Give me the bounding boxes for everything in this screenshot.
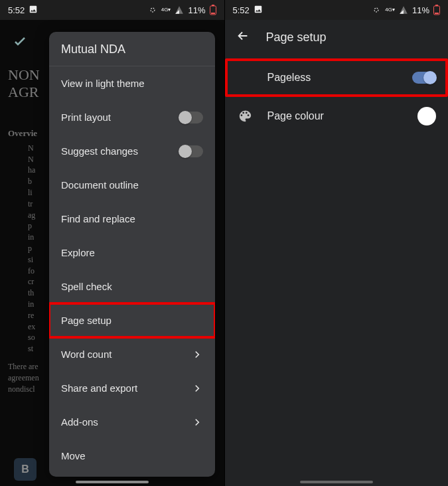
menu-item-label: Spell check [61,281,112,292]
menu-item-label: Add-ons [61,416,98,428]
overflow-menu: Mutual NDA View in light themePrint layo… [49,32,215,477]
menu-item-move[interactable]: Move [49,439,215,473]
menu-item-spell-check[interactable]: Spell check [49,270,215,303]
menu-item-label: Word count [61,349,112,360]
menu-item-label: Find and replace [61,213,135,224]
image-icon [254,5,263,16]
settings-header: Page setup [225,20,449,54]
switch-toggle[interactable] [179,112,203,123]
doc-title-line2: AGR [8,84,38,100]
setting-row-label: Pageless [267,72,398,84]
menu-item-label: Move [61,450,86,461]
gesture-bar [76,481,149,483]
screen-left: 5:52 4G▾ 11% NON AGR Overvie N N ha b li… [0,0,224,486]
signal-bars-icon [399,5,408,15]
menu-item-label: Suggest changes [61,145,138,157]
menu-item-find-and-replace[interactable]: Find and replace [49,202,215,236]
status-time: 5:52 [233,5,250,15]
svg-rect-3 [211,13,215,14]
chevron-right-icon [191,416,203,428]
bold-button[interactable]: B [14,458,37,481]
setting-row-pageless[interactable]: Pageless [225,58,449,97]
signal-bars-icon [175,5,184,15]
svg-point-4 [374,8,378,12]
svg-rect-6 [435,5,438,6]
menu-item-label: Share and export [61,382,137,394]
palette-icon [237,108,253,124]
menu-item-explore[interactable]: Explore [49,236,215,270]
menu-item-document-outline[interactable]: Document outline [49,168,215,202]
update-icon [372,5,381,15]
chevron-right-icon [191,382,203,394]
menu-item-label: Explore [61,247,95,258]
menu-item-add-ons[interactable]: Add-ons [49,405,215,439]
switch-toggle[interactable] [179,145,203,157]
battery-pct: 11% [188,5,205,15]
status-bar: 5:52 4G▾ 11% [225,0,449,20]
menu-item-page-setup[interactable]: Page setup [49,303,215,337]
menu-item-view-in-light-theme[interactable]: View in light theme [49,66,215,100]
menu-item-label: Document outline [61,179,139,191]
svg-rect-7 [435,13,439,14]
update-icon [148,5,157,15]
color-swatch[interactable] [417,107,436,125]
gesture-bar [300,481,373,483]
page-setup-screen: Page setup PagelessPage colour [225,20,449,486]
settings-title: Page setup [266,31,327,44]
signal-icon: 4G▾ [385,7,395,13]
switch-toggle[interactable] [412,72,436,84]
setting-row-label: Page colour [267,110,404,122]
battery-pct: 11% [412,5,429,15]
battery-icon [433,5,440,15]
menu-item-label: View in light theme [61,78,145,89]
menu-item-label: Page setup [61,315,112,326]
doc-title-line1: NON [8,66,40,83]
menu-item-label: Print layout [61,112,111,123]
menu-item-share-and-export[interactable]: Share and export [49,371,215,405]
svg-rect-2 [212,5,214,6]
status-bar: 5:52 4G▾ 11% [0,0,224,20]
menu-item-suggest-changes[interactable]: Suggest changes [49,134,215,168]
setting-row-page-colour[interactable]: Page colour [225,97,449,135]
back-icon[interactable] [236,29,250,46]
menu-item-word-count[interactable]: Word count [49,337,215,371]
image-icon [29,5,38,16]
signal-icon: 4G▾ [161,7,171,13]
menu-item-print-layout[interactable]: Print layout [49,100,215,134]
chevron-right-icon [191,349,203,361]
svg-point-0 [151,8,155,12]
screen-right: 5:52 4G▾ 11% Page setup Pageles [224,0,449,486]
battery-icon [210,5,216,15]
blank-icon [237,70,253,86]
status-time: 5:52 [8,5,25,15]
menu-title: Mutual NDA [49,32,215,66]
done-check-icon[interactable] [12,33,28,52]
